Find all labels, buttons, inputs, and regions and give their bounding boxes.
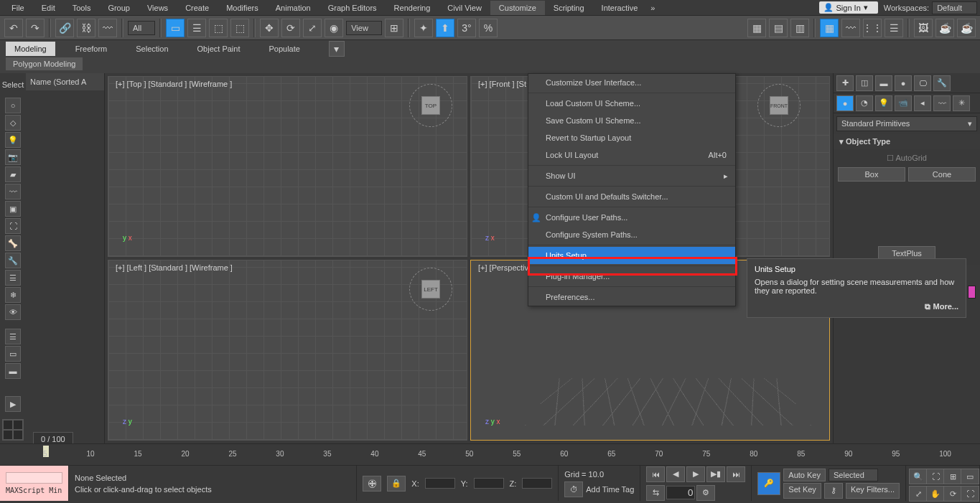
quick-render-button[interactable]: ☕ xyxy=(957,19,976,37)
menu-overflow-icon[interactable]: » xyxy=(646,4,659,12)
display-tab-icon[interactable]: 🖵 xyxy=(914,75,931,91)
pivot-button[interactable]: ⊞ xyxy=(385,19,403,37)
snap-toggle-button[interactable]: ⬆ xyxy=(436,19,454,37)
layer-button[interactable]: ☰ xyxy=(885,19,903,37)
filter-containers-icon[interactable]: 🔧 xyxy=(5,253,21,268)
viewcube-left[interactable]: LEFT xyxy=(409,268,452,311)
create-box-button[interactable]: Box xyxy=(838,167,905,182)
next-frame-button[interactable]: ▶▮ xyxy=(706,466,725,482)
create-cone-button[interactable]: Cone xyxy=(908,167,976,182)
menu-group[interactable]: Group xyxy=(99,1,139,15)
filter-cameras-icon[interactable]: 📷 xyxy=(5,149,21,165)
ribbon-tab-objectpaint[interactable]: Object Paint xyxy=(189,42,249,56)
filter-spacewarps-icon[interactable]: 〰 xyxy=(5,184,21,199)
ribbon-tab-selection[interactable]: Selection xyxy=(127,42,177,56)
viewport-left-label[interactable]: [+] [Left ] [Standard ] [Wireframe ] xyxy=(116,263,233,272)
nav-maximize-button[interactable]: ⛶ xyxy=(961,486,979,502)
viewport-top-label[interactable]: [+] [Top ] [Standard ] [Wireframe ] xyxy=(116,80,232,88)
utilities-tab-icon[interactable]: 🔧 xyxy=(933,75,951,91)
schematic-view-button[interactable]: ▦ xyxy=(747,19,766,37)
viewcube-front[interactable]: FRONT xyxy=(757,84,801,127)
lock-icon[interactable]: 🔒 xyxy=(387,476,406,492)
menu-item-save-custom-ui-scheme[interactable]: Save Custom UI Scheme... xyxy=(528,112,735,129)
window-crossing-button[interactable]: ⬚ xyxy=(230,19,249,37)
helpers-cat-icon[interactable]: ◂ xyxy=(914,95,931,111)
menu-item-configure-system-paths[interactable]: Configure System Paths... xyxy=(528,226,735,243)
nav-panview-button[interactable]: ✋ xyxy=(926,486,945,502)
unlink-button[interactable]: ⛓ xyxy=(77,19,95,37)
nav-zoomall-button[interactable]: ⊞ xyxy=(943,469,962,484)
x-input[interactable] xyxy=(425,478,455,489)
menu-tools[interactable]: Tools xyxy=(64,1,100,15)
y-input[interactable] xyxy=(474,478,504,489)
list-invert-icon[interactable]: ☰ xyxy=(5,329,21,344)
menu-item-preferences[interactable]: Preferences... xyxy=(528,288,735,306)
menu-interactive[interactable]: Interactive xyxy=(593,1,647,15)
bind-spacewarp-button[interactable]: 〰 xyxy=(98,19,117,37)
current-frame-input[interactable] xyxy=(666,486,695,499)
goto-start-button[interactable]: ⏮ xyxy=(646,466,665,482)
ribbon-collapse-button[interactable]: ▾ xyxy=(329,41,345,57)
object-type-header[interactable]: ▾ Object Type xyxy=(834,134,980,149)
geometry-cat-icon[interactable]: ● xyxy=(836,95,854,111)
timeline[interactable]: 5101520253035404550556065707580859095100 xyxy=(0,443,980,465)
filter-groups-icon[interactable]: ▣ xyxy=(5,201,21,217)
menu-animation[interactable]: Animation xyxy=(267,1,319,15)
name-column-header[interactable]: Name (Sorted A xyxy=(26,73,104,90)
manipulate-button[interactable]: ✦ xyxy=(414,19,433,37)
workspace-select[interactable]: Default xyxy=(932,1,977,14)
move-button[interactable]: ✥ xyxy=(260,19,279,37)
select-name-button[interactable]: ☰ xyxy=(187,19,206,37)
redo-button[interactable]: ↷ xyxy=(26,19,45,37)
viewport-layout-icon[interactable] xyxy=(2,419,24,441)
menu-civil-view[interactable]: Civil View xyxy=(439,1,490,15)
key-mode-button[interactable]: ⇆ xyxy=(646,485,665,501)
list-none-icon[interactable]: ▭ xyxy=(5,346,21,362)
render-button[interactable]: ☕ xyxy=(935,19,954,37)
add-time-tag[interactable]: Add Time Tag xyxy=(586,485,634,494)
color-swatch[interactable] xyxy=(968,286,976,298)
percent-snap-button[interactable]: % xyxy=(479,19,498,37)
filter-frozen-icon[interactable]: ☰ xyxy=(5,270,21,286)
viewport-top[interactable]: [+] [Top ] [Standard ] [Wireframe ] TOP … xyxy=(108,76,467,257)
rect-select-button[interactable]: ⬚ xyxy=(209,19,228,37)
dope-sheet-button[interactable]: ⋮⋮ xyxy=(863,19,882,37)
create-tab-icon[interactable]: ✚ xyxy=(836,75,854,91)
menu-customize[interactable]: Customize xyxy=(490,1,545,15)
nav-zoom-button[interactable]: ⛶ xyxy=(926,469,945,484)
menu-item-show-ui[interactable]: Show UI▸ xyxy=(528,167,735,184)
ref-coord-select[interactable]: View xyxy=(346,21,382,35)
menu-create[interactable]: Create xyxy=(177,1,218,15)
curve-editor-button[interactable]: 〰 xyxy=(841,19,860,37)
select-object-button[interactable]: ▭ xyxy=(166,19,185,37)
ribbon-tab-modeling[interactable]: Modeling xyxy=(6,42,55,56)
menu-item-load-custom-ui-scheme[interactable]: Load Custom UI Scheme... xyxy=(528,95,735,112)
filter-helpers-icon[interactable]: ▰ xyxy=(5,166,21,182)
ribbon-tab-populate[interactable]: Populate xyxy=(260,42,308,56)
filter-xrefs-icon[interactable]: ⛶ xyxy=(5,218,21,234)
viewcube-top[interactable]: TOP xyxy=(409,84,452,127)
cameras-cat-icon[interactable]: 📹 xyxy=(895,95,912,111)
viewport-left[interactable]: [+] [Left ] [Standard ] [Wireframe ] LEF… xyxy=(108,260,467,441)
nav-orbit-button[interactable]: ⟳ xyxy=(943,486,962,502)
spacewarps-cat-icon[interactable]: 〰 xyxy=(933,95,951,111)
place-button[interactable]: ◉ xyxy=(325,19,343,37)
menu-item-customize-user-interface[interactable]: Customize User Interface... xyxy=(528,74,735,91)
list-all-icon[interactable]: ▬ xyxy=(5,363,21,379)
ribbon-tab-freeform[interactable]: Freeform xyxy=(67,42,116,56)
render-setup-button[interactable]: ▥ xyxy=(790,19,809,37)
render-frame-button[interactable]: ▦ xyxy=(820,19,839,37)
menu-item-revert-to-startup-layout[interactable]: Revert to Startup Layout xyxy=(528,129,735,146)
nav-fov-button[interactable]: ▭ xyxy=(961,469,979,484)
setkey-button[interactable]: Set Key xyxy=(783,483,821,499)
key-filters-icon[interactable]: ⚷ xyxy=(824,483,843,499)
menu-file[interactable]: File xyxy=(3,1,33,15)
autogrid-checkbox[interactable]: ☐ AutoGrid xyxy=(838,154,976,163)
menu-views[interactable]: Views xyxy=(139,1,177,15)
menu-item-lock-ui-layout[interactable]: Lock UI LayoutAlt+0 xyxy=(528,146,735,164)
viewport-front-label[interactable]: [+] [Front ] [St xyxy=(478,80,526,88)
selection-filter[interactable]: All xyxy=(128,21,155,35)
link-button[interactable]: 🔗 xyxy=(55,19,74,37)
menu-item-custom-ui-and-defaults-switcher[interactable]: Custom UI and Defaults Switcher... xyxy=(528,188,735,205)
motion-tab-icon[interactable]: ● xyxy=(895,75,912,91)
